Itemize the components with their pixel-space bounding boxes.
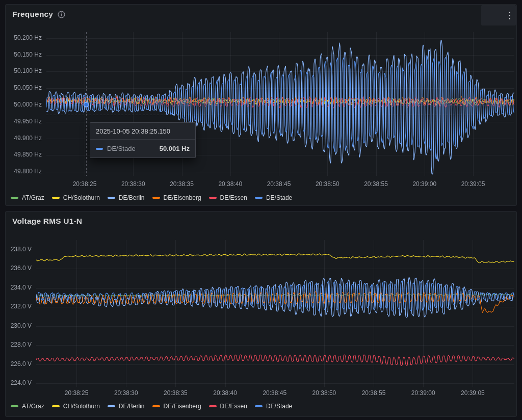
y-tick-label: 234.0 V <box>6 284 32 292</box>
kebab-menu-icon <box>509 12 510 19</box>
y-tick-label: 224.0 V <box>6 379 32 387</box>
legend-series-label: DE/Stade <box>266 194 292 202</box>
legend-item-de-stade[interactable]: DE/Stade <box>255 194 292 202</box>
x-tick-label: 20:38:50 <box>301 389 347 397</box>
legend-series-swatch <box>209 405 217 407</box>
legend-series-label: DE/Eisenberg <box>164 194 201 202</box>
legend-series-label: DE/Berlin <box>119 402 145 410</box>
y-tick-label: 49.950 Hz <box>6 118 42 125</box>
x-tick-label: 20:38:30 <box>103 389 149 397</box>
x-tick-label: 20:38:55 <box>351 389 397 397</box>
x-tick-label: 20:39:05 <box>450 389 495 397</box>
y-tick-label: 50.050 Hz <box>6 84 42 92</box>
y-tick-label: 50.200 Hz <box>6 34 42 42</box>
legend-series-swatch <box>11 405 18 407</box>
x-tick-label: 20:38:35 <box>159 180 205 188</box>
chart-tooltip: 2025-10-05 20:38:25.150 DE/Stade 50.001 … <box>90 122 196 158</box>
legend-series-swatch <box>108 197 115 199</box>
legend-series-label: AT/Graz <box>22 194 44 202</box>
y-tick-label: 50.100 Hz <box>6 67 42 75</box>
legend-series-label: DE/Stade <box>266 402 292 410</box>
legend-item-de-berlin[interactable]: DE/Berlin <box>108 402 145 410</box>
tooltip-series-name: DE/Stade <box>107 145 136 152</box>
y-tick-label: 49.800 Hz <box>6 168 42 175</box>
y-tick-label: 236.0 V <box>6 265 32 272</box>
legend-item-de-eisenberg[interactable]: DE/Eisenberg <box>152 194 201 202</box>
y-tick-label: 49.850 Hz <box>6 151 42 159</box>
panel-title[interactable]: Frequency <box>12 10 53 19</box>
frequency-chart: 50.200 Hz50.150 Hz50.100 Hz50.050 Hz50.0… <box>6 5 516 205</box>
x-tick-label: 20:38:45 <box>256 180 302 188</box>
tooltip-timestamp: 2025-10-05 20:38:25.150 <box>90 123 195 140</box>
legend-series-label: AT/Graz <box>22 402 44 410</box>
x-tick-label: 20:38:30 <box>110 180 156 188</box>
voltage-chart: 238.0 V236.0 V234.0 V232.0 V230.0 V228.0… <box>6 212 516 416</box>
y-tick-label: 49.900 Hz <box>6 135 42 142</box>
chart-legend: AT/GrazCH/SolothurnDE/BerlinDE/Eisenberg… <box>11 194 514 202</box>
legend-series-swatch <box>209 197 217 199</box>
legend-series-label: DE/Essen <box>220 402 247 410</box>
x-tick-label: 20:38:25 <box>62 180 108 188</box>
legend-item-de-essen[interactable]: DE/Essen <box>209 402 247 410</box>
legend-item-at-graz[interactable]: AT/Graz <box>11 194 44 202</box>
legend-series-swatch <box>108 405 115 407</box>
tooltip-series-swatch <box>96 148 103 150</box>
legend-series-label: CH/Solothurn <box>63 402 100 410</box>
x-tick-label: 20:39:00 <box>400 389 446 397</box>
legend-series-label: DE/Berlin <box>119 194 145 202</box>
tooltip-series-row: DE/Stade 50.001 Hz <box>90 140 195 158</box>
legend-item-de-eisenberg[interactable]: DE/Eisenberg <box>152 402 201 410</box>
y-tick-label: 228.0 V <box>6 341 32 349</box>
legend-series-swatch <box>11 197 18 199</box>
panel-voltage-header: Voltage RMS U1-N <box>6 212 516 231</box>
legend-series-swatch <box>52 405 60 407</box>
x-tick-label: 20:38:35 <box>152 389 198 397</box>
legend-series-label: DE/Essen <box>220 194 247 202</box>
legend-item-de-essen[interactable]: DE/Essen <box>209 194 247 202</box>
y-tick-label: 50.000 Hz <box>6 101 42 109</box>
tooltip-series-value: 50.001 Hz <box>160 145 190 152</box>
panel-menu-button[interactable] <box>481 5 516 25</box>
info-icon[interactable] <box>58 11 65 18</box>
x-tick-label: 20:38:25 <box>54 389 99 397</box>
legend-series-label: DE/Eisenberg <box>164 402 201 410</box>
y-tick-label: 230.0 V <box>6 322 32 330</box>
legend-item-de-berlin[interactable]: DE/Berlin <box>108 194 145 202</box>
legend-item-at-graz[interactable]: AT/Graz <box>11 402 44 410</box>
x-tick-label: 20:39:05 <box>450 180 496 188</box>
legend-series-swatch <box>255 197 263 199</box>
x-tick-label: 20:38:40 <box>207 180 253 188</box>
y-tick-label: 238.0 V <box>6 246 32 253</box>
chart-canvas[interactable] <box>6 5 516 205</box>
x-tick-label: 20:39:00 <box>402 180 448 188</box>
panel-frequency: 50.200 Hz50.150 Hz50.100 Hz50.050 Hz50.0… <box>5 4 517 206</box>
x-tick-label: 20:38:55 <box>353 180 399 188</box>
panel-frequency-header: Frequency <box>6 5 516 24</box>
panel-voltage: 238.0 V236.0 V234.0 V232.0 V230.0 V228.0… <box>5 211 517 417</box>
legend-item-ch-solothurn[interactable]: CH/Solothurn <box>52 194 100 202</box>
x-tick-label: 20:38:45 <box>252 389 298 397</box>
y-tick-label: 232.0 V <box>6 303 32 310</box>
y-tick-label: 226.0 V <box>6 360 32 368</box>
legend-series-swatch <box>152 197 160 199</box>
x-tick-label: 20:38:40 <box>202 389 248 397</box>
legend-series-swatch <box>255 405 263 407</box>
legend-item-de-stade[interactable]: DE/Stade <box>255 402 292 410</box>
legend-series-swatch <box>152 405 160 407</box>
y-tick-label: 50.150 Hz <box>6 51 42 59</box>
chart-legend: AT/GrazCH/SolothurnDE/BerlinDE/Eisenberg… <box>11 402 514 410</box>
legend-series-label: CH/Solothurn <box>63 194 100 202</box>
x-tick-label: 20:38:50 <box>304 180 350 188</box>
chart-canvas[interactable] <box>6 212 516 416</box>
legend-series-swatch <box>52 197 60 199</box>
legend-item-ch-solothurn[interactable]: CH/Solothurn <box>52 402 100 410</box>
panel-title[interactable]: Voltage RMS U1-N <box>12 217 82 226</box>
